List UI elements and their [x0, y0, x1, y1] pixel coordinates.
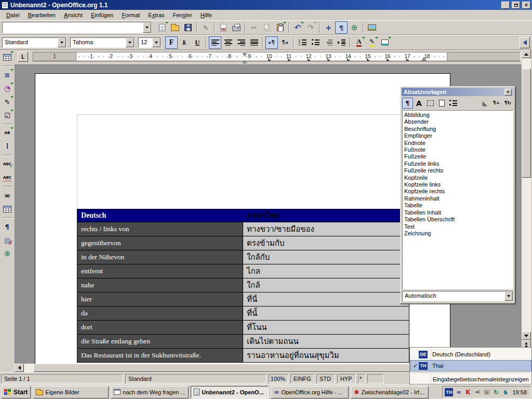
table-row[interactable]: entfernt ไกล [77, 264, 409, 278]
spellcheck-button[interactable]: ABC [1, 158, 14, 170]
font-color-button[interactable]: A [353, 36, 365, 49]
table-cell-thai[interactable]: ที่นั้ [243, 307, 409, 320]
url-combo-dropdown-button[interactable] [143, 22, 151, 33]
paragraph-styles-button[interactable]: ¶ [402, 98, 413, 109]
style-list-item[interactable]: Rahmeninhalt [404, 195, 511, 202]
form-functions-button[interactable]: ☑ [1, 109, 14, 122]
status-page-style[interactable]: Standard [125, 374, 267, 383]
right-to-left-button[interactable]: ¶◂ [278, 36, 291, 49]
new-style-button[interactable]: ¶+ [491, 98, 502, 109]
vertical-scrollbar-track[interactable] [522, 58, 531, 331]
style-list-item[interactable]: Absender [404, 118, 511, 125]
style-list-item[interactable]: Kopfzeile links [404, 181, 511, 188]
table-row[interactable]: hier ที่นี่ [77, 292, 409, 307]
table-cell-thai[interactable]: ใกล้ [243, 278, 409, 292]
find-replace-button[interactable]: ∞ [1, 189, 14, 202]
table-row[interactable]: gegenübervon ตรงข้ามกับ [77, 236, 409, 250]
table-header-thai[interactable]: ภาษาไทย [243, 209, 409, 222]
dialer-icon[interactable]: ☏ [483, 388, 490, 396]
style-list-item[interactable]: Fußzeile links [404, 161, 511, 167]
table-cell-german[interactable]: in der Nähevon [77, 250, 243, 264]
insert-object-button[interactable]: ◔ [1, 82, 14, 95]
graphics-onoff-button[interactable]: ▧ [1, 234, 14, 246]
style-list[interactable]: AbbildungAbsenderBeschriftungEmpfängerEn… [402, 110, 513, 289]
taskbar-clock[interactable]: 19:58 [511, 389, 528, 395]
antivirus-icon[interactable]: K [464, 388, 472, 396]
ruler[interactable]: 1 123456789101112131415161718 [33, 52, 521, 61]
navigator-button[interactable]: + [322, 21, 335, 34]
table-cell-german[interactable]: entfernt [77, 264, 243, 278]
redo-button[interactable]: ↷ [304, 21, 317, 34]
autotext-button[interactable]: AB [1, 127, 14, 139]
table-cell-thai[interactable]: ทางขวา/ซายมือของ [243, 222, 409, 236]
style-list-item[interactable]: Kopfzeile rechts [404, 188, 511, 195]
style-combo-dropdown-button[interactable] [58, 38, 66, 47]
menu-bearbeiten[interactable]: Bearbeiten [24, 11, 60, 19]
table-cell-german[interactable]: rechts / links von [77, 222, 243, 236]
table-cell-german[interactable]: dort [77, 321, 243, 334]
style-list-item[interactable]: Text [404, 223, 511, 230]
align-left-button[interactable] [209, 36, 221, 49]
vertical-scrollbar[interactable] [522, 50, 531, 356]
table-header-row[interactable]: Deutsch ภาษาไทย [77, 209, 409, 222]
menu-ansicht[interactable]: Ansicht [60, 11, 87, 19]
font-combo[interactable]: Tahoma [70, 37, 135, 48]
table-row[interactable]: Das Restaurant ist in der Sukhumvitstraß… [77, 349, 409, 363]
start-button[interactable]: Start [1, 386, 31, 398]
vertical-scrollbar-thumb[interactable] [522, 69, 531, 178]
style-list-item[interactable]: Beschriftung [404, 126, 511, 132]
style-list-item[interactable]: Abbildung [404, 112, 511, 118]
quickstarter-icon[interactable]: ≈ [455, 388, 462, 396]
align-justify-button[interactable] [248, 36, 260, 49]
menu-item-thai[interactable]: ✓ TH Thai [410, 360, 531, 371]
left-to-right-button[interactable]: ▸¶ [265, 36, 278, 49]
stylist-close-button[interactable]: × [504, 89, 512, 96]
table-header-german[interactable]: Deutsch [77, 209, 243, 222]
style-filter-combo[interactable]: Automatisch [402, 291, 513, 301]
menu-fenster[interactable]: Fenster [169, 11, 196, 19]
style-combo[interactable]: Standard [2, 37, 66, 48]
fill-format-button[interactable]: ◣ [480, 98, 490, 109]
stylist-titlebar[interactable]: Absatzvorlagen × [402, 88, 514, 96]
update-style-button[interactable]: ¶↻ [502, 98, 513, 109]
table-cell-thai[interactable]: ใกล้กับ [243, 250, 409, 264]
table-row[interactable]: die Straße entlang gehen เดินไปตามถนน [77, 335, 409, 349]
taskbar-button-ooo-hilfe[interactable]: ≈ OpenOffice.org Hilfe - ... [271, 386, 349, 398]
undo-button[interactable]: ↶ [291, 21, 304, 34]
table-cell-thai[interactable]: รานอาหานอยู่ที่ถนนสุขุมวิม [243, 349, 409, 362]
stylist-panel[interactable]: Absatzvorlagen × ¶A◣¶+¶↻ AbbildungAbsend… [400, 86, 515, 304]
indent-marker[interactable] [242, 53, 247, 59]
status-page[interactable]: Seite 1 / 1 [1, 374, 123, 383]
table-cell-german[interactable]: nahe [77, 278, 243, 292]
table-row[interactable]: nahe ใกล้ [77, 278, 409, 292]
font-size-combo[interactable]: 12 [138, 37, 161, 48]
list-styles-button[interactable] [448, 98, 459, 109]
table-cell-thai[interactable]: ที่โนน [243, 321, 409, 334]
table-cell-thai[interactable]: ตรงข้ามกับ [243, 236, 409, 250]
italic-button[interactable]: k [178, 36, 191, 49]
scroll-left-button[interactable] [15, 364, 24, 372]
style-list-item[interactable]: Kopfzeile [404, 175, 511, 181]
style-list-item[interactable]: Zeichnung [404, 230, 511, 237]
style-list-item[interactable]: Tabellen Inhalt [404, 209, 511, 216]
menu-format[interactable]: Format [117, 11, 144, 19]
table-cell-german[interactable]: hier [77, 292, 243, 306]
bullet-list-button[interactable] [309, 36, 322, 49]
underline-button[interactable]: U [191, 36, 204, 49]
menu-hilfe[interactable]: Hilfe [196, 11, 216, 19]
style-list-item[interactable]: Tabelle [404, 202, 511, 209]
table-cell-german[interactable]: Das Restaurant ist in der Sukhumvitstraß… [77, 349, 243, 362]
menu-datei[interactable]: Datei [2, 11, 24, 19]
style-list-item[interactable]: Empfänger [404, 132, 511, 139]
new-document-button[interactable] [156, 21, 168, 34]
insert-table-button[interactable] [1, 51, 14, 63]
status-hyperlink-mode[interactable]: HYP [337, 374, 356, 383]
align-center-button[interactable] [222, 36, 234, 49]
table-cell-german[interactable]: da [77, 307, 243, 320]
close-button[interactable]: × [522, 2, 530, 9]
cut-button[interactable]: ✂ [248, 21, 260, 34]
table-row[interactable]: da ที่นั้ [77, 307, 409, 321]
toolbar-options-button[interactable] [520, 37, 530, 48]
updater-icon[interactable]: ↻ [492, 388, 500, 396]
scroll-down-button[interactable] [522, 331, 531, 340]
